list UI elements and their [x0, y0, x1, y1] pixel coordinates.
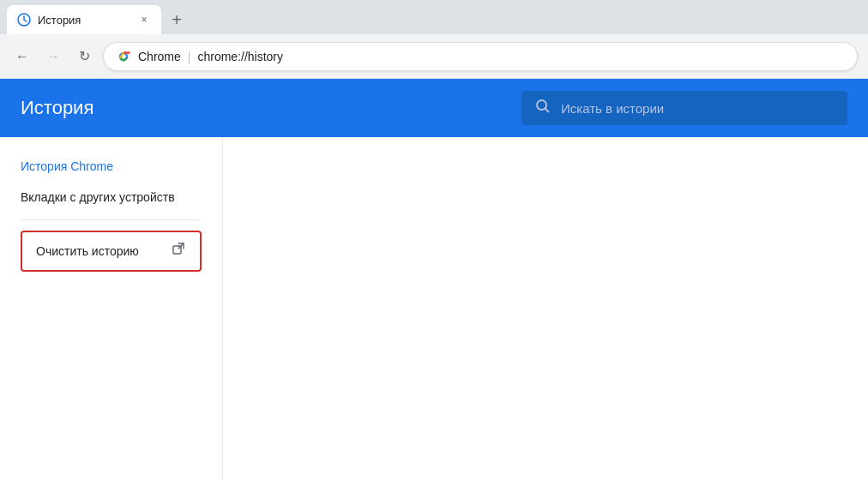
search-icon	[535, 99, 551, 118]
tab-bar: История × +	[0, 0, 868, 34]
omnibox-site-name: Chrome	[138, 50, 181, 63]
svg-line-3	[546, 108, 549, 111]
page-body: История Chrome Вкладки с других устройст…	[0, 137, 868, 480]
omnibox-separator: |	[188, 50, 191, 63]
tab-favicon-icon	[17, 13, 31, 27]
search-box[interactable]: Искать в истории	[521, 91, 847, 125]
chrome-logo-icon	[116, 49, 131, 64]
sidebar-divider	[21, 219, 202, 220]
new-tab-button[interactable]: +	[165, 8, 189, 32]
active-tab[interactable]: История ×	[7, 5, 161, 34]
tab-title: История	[38, 14, 130, 27]
sidebar: История Chrome Вкладки с других устройст…	[0, 137, 223, 480]
page: История Искать в истории История Chrome …	[0, 79, 868, 480]
omnibox-url: chrome://history	[197, 50, 283, 63]
sidebar-item-other-devices[interactable]: Вкладки с других устройств	[0, 182, 222, 213]
back-button[interactable]: ←	[10, 45, 34, 69]
page-title: История	[21, 97, 93, 119]
clear-history-button[interactable]: Очистить историю	[21, 231, 202, 272]
reload-button[interactable]: ↻	[72, 45, 96, 69]
tab-close-button[interactable]: ×	[137, 13, 151, 27]
clear-history-label: Очистить историю	[36, 244, 139, 258]
external-link-icon	[172, 243, 186, 260]
address-bar: ← → ↻ Chrome | chrome://history	[0, 34, 868, 79]
search-placeholder-text: Искать в истории	[561, 101, 664, 116]
forward-button: →	[41, 45, 65, 69]
page-header: История Искать в истории	[0, 79, 868, 137]
omnibox[interactable]: Chrome | chrome://history	[103, 42, 858, 71]
main-content	[223, 137, 868, 480]
sidebar-item-chrome-history[interactable]: История Chrome	[0, 151, 222, 182]
